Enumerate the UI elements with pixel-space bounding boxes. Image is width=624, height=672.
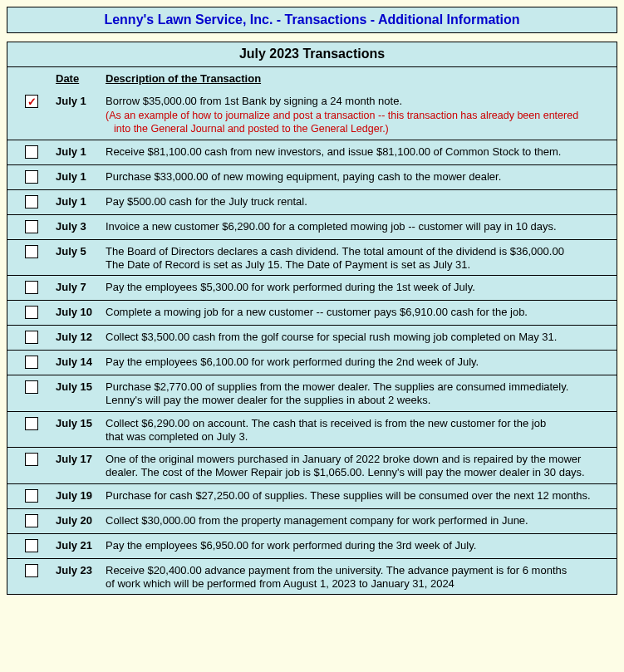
transaction-row: July 17One of the original mowers purcha…: [7, 448, 617, 484]
checkbox[interactable]: [25, 356, 38, 369]
transaction-date: July 10: [56, 304, 106, 318]
transaction-description: Receive $20,400.00 advance payment from …: [106, 562, 617, 591]
example-note: (As an example of how to journalize and …: [106, 110, 612, 135]
transaction-date: July 5: [56, 243, 106, 258]
header-date: Date: [56, 72, 106, 85]
checkbox[interactable]: [25, 145, 38, 159]
transaction-date: July 12: [56, 329, 106, 343]
transaction-row: July 15Collect $6,290.00 on account. The…: [7, 412, 617, 449]
transaction-description: Purchase for cash $27,250.00 of supplies…: [106, 488, 617, 503]
transaction-row: July 1Receive $81,100.00 cash from new i…: [7, 140, 617, 165]
transaction-row: July 23Receive $20,400.00 advance paymen…: [7, 559, 617, 595]
section-title: July 2023 Transactions: [7, 42, 617, 67]
transaction-description: Pay the employees $5,300.00 for work per…: [106, 279, 617, 294]
checkbox[interactable]: [25, 453, 38, 466]
transaction-row: ✓July 1Borrow $35,000.00 from 1st Bank b…: [7, 90, 617, 140]
checkbox[interactable]: [25, 245, 38, 258]
transaction-row: July 5The Board of Directors declares a …: [7, 240, 617, 277]
checkbox[interactable]: [25, 514, 38, 527]
checkbox[interactable]: [25, 417, 38, 430]
transaction-row: July 15Purchase $2,770.00 of supplies fr…: [7, 375, 617, 412]
transaction-description: One of the original mowers purchased in …: [106, 451, 617, 480]
transaction-row: July 3Invoice a new customer $6,290.00 f…: [7, 215, 617, 240]
transaction-date: July 14: [56, 354, 106, 368]
transaction-date: July 7: [56, 279, 106, 293]
transaction-description: Pay $500.00 cash for the July truck rent…: [106, 194, 617, 208]
transaction-date: July 1: [56, 194, 106, 208]
column-headers: Date Description of the Transaction: [7, 67, 617, 90]
transaction-row: July 10Complete a mowing job for a new c…: [7, 301, 617, 326]
checkbox[interactable]: [25, 564, 38, 577]
transaction-date: July 15: [56, 415, 106, 429]
transaction-row: July 1Purchase $33,000.00 of new mowing …: [7, 165, 617, 190]
transactions-box: July 2023 Transactions Date Description …: [7, 42, 617, 595]
transaction-date: July 3: [56, 218, 106, 233]
checkbox[interactable]: [25, 170, 38, 184]
transaction-description: Borrow $35,000.00 from 1st Bank by signi…: [106, 93, 617, 136]
checkbox[interactable]: [25, 489, 38, 503]
transaction-description: Collect $30,000.00 from the property man…: [106, 513, 617, 527]
transaction-description: Pay the employees $6,950.00 for work per…: [106, 537, 617, 552]
transaction-date: July 20: [56, 513, 106, 527]
checkbox[interactable]: ✓: [25, 95, 38, 108]
transaction-description: Pay the employees $6,100.00 for work per…: [106, 354, 617, 369]
checkbox[interactable]: [25, 281, 38, 294]
transaction-row: July 1Pay $500.00 cash for the July truc…: [7, 190, 617, 215]
transaction-description: Purchase $2,770.00 of supplies from the …: [106, 379, 617, 408]
checkbox[interactable]: [25, 195, 38, 208]
transaction-description: Receive $81,100.00 cash from new investo…: [106, 144, 617, 159]
transaction-date: July 1: [56, 93, 106, 107]
transaction-date: July 15: [56, 379, 106, 393]
transaction-date: July 17: [56, 451, 106, 465]
transaction-row: July 7Pay the employees $5,300.00 for wo…: [7, 276, 617, 301]
checkbox[interactable]: [25, 306, 38, 319]
transaction-row: July 21Pay the employees $6,950.00 for w…: [7, 534, 617, 559]
checkbox[interactable]: [25, 380, 38, 394]
checkbox[interactable]: [25, 539, 38, 552]
transactions-list: ✓July 1Borrow $35,000.00 from 1st Bank b…: [7, 90, 617, 594]
transaction-date: July 21: [56, 537, 106, 552]
header-desc: Description of the Transaction: [106, 72, 617, 85]
checkbox[interactable]: [25, 220, 38, 233]
transaction-description: Collect $3,500.00 cash from the golf cou…: [106, 329, 617, 344]
page-title: Lenny's Lawn Service, Inc. - Transaction…: [7, 7, 617, 33]
transaction-date: July 1: [56, 144, 106, 158]
transaction-description: Complete a mowing job for a new customer…: [106, 304, 617, 319]
transaction-date: July 23: [56, 562, 106, 576]
transaction-row: July 12Collect $3,500.00 cash from the g…: [7, 326, 617, 351]
transaction-description: The Board of Directors declares a cash d…: [106, 243, 617, 272]
transaction-description: Collect $6,290.00 on account. The cash t…: [106, 415, 617, 444]
checkbox[interactable]: [25, 331, 38, 344]
transaction-description: Invoice a new customer $6,290.00 for a c…: [106, 218, 617, 233]
transaction-date: July 1: [56, 169, 106, 183]
transaction-row: July 19Purchase for cash $27,250.00 of s…: [7, 484, 617, 509]
transaction-row: July 20Collect $30,000.00 from the prope…: [7, 509, 617, 534]
transaction-description: Purchase $33,000.00 of new mowing equipm…: [106, 169, 617, 184]
transaction-row: July 14Pay the employees $6,100.00 for w…: [7, 351, 617, 375]
transaction-date: July 19: [56, 488, 106, 502]
